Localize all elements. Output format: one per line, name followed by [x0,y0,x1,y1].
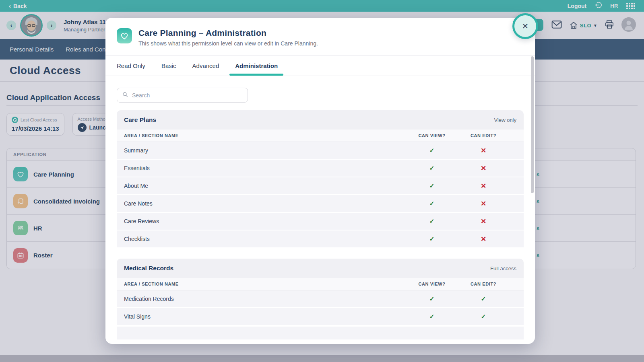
table-row: Care Reviews ✓ ✕ [117,213,524,230]
table-row: Medication Records ✓ ✓ [117,290,524,308]
modal-scrollbar[interactable] [531,56,534,193]
column-can-edit: CAN EDIT? [458,282,509,286]
section-medical-records: Medical Records Full access AREA / SECTI… [117,259,524,339]
can-edit-mark: ✕ [458,146,509,155]
column-can-edit: CAN EDIT? [458,133,509,138]
section-title: Care Plans [124,116,156,123]
can-edit-mark: ✕ [458,235,509,243]
access-level-label: View only [494,117,516,123]
area-name: Care Reviews [124,218,406,224]
area-name: Essentials [124,165,406,171]
can-view-mark: ✓ [406,182,458,189]
can-view-mark: ✓ [406,235,458,243]
can-view-mark: ✓ [406,295,458,302]
table-row: Vital Signs ✓ ✓ [117,308,524,326]
modal-title: Care Planning – Administration [138,28,318,38]
can-view-mark: ✓ [406,313,458,320]
can-view-mark: ✓ [406,147,458,154]
close-button[interactable]: ✕ [512,13,538,39]
can-view-mark: ✓ [406,200,458,207]
section-title: Medical Records [124,265,173,272]
tab-advanced[interactable]: Advanced [192,56,219,76]
search-box [117,88,248,103]
table-row: Checklists ✓ ✕ [117,230,524,248]
permissions-modal: Care Planning – Administration This show… [105,18,535,344]
table-row: Summary ✓ ✕ [117,142,524,160]
area-name: Summary [124,147,406,154]
area-name: About Me [124,183,406,189]
can-view-mark: ✓ [406,218,458,225]
area-name: Care Notes [124,200,406,207]
can-edit-mark: ✕ [458,200,509,208]
area-name: Vital Signs [124,313,406,320]
table-row-partial [117,326,524,339]
can-edit-mark: ✕ [458,217,509,226]
table-row: Care Notes ✓ ✕ [117,195,524,213]
tab-basic[interactable]: Basic [161,56,176,76]
can-edit-mark: ✓ [458,295,509,302]
table-row: Essentials ✓ ✕ [117,160,524,177]
access-level-label: Full access [490,265,516,272]
column-area-name: AREA / SECTION NAME [124,133,406,138]
close-icon: ✕ [522,21,529,31]
heart-icon [117,28,132,43]
can-edit-mark: ✕ [458,164,509,173]
column-area-name: AREA / SECTION NAME [124,282,406,286]
section-care-plans: Care Plans View only AREA / SECTION NAME… [117,110,524,248]
search-icon [122,91,128,99]
column-can-view: CAN VIEW? [406,282,458,286]
can-edit-mark: ✓ [458,313,509,320]
column-can-view: CAN VIEW? [406,133,458,138]
search-input[interactable] [132,92,243,99]
tab-administration[interactable]: Administration [235,56,278,76]
modal-subtitle: This shows what this permission level ca… [138,40,318,47]
table-row: About Me ✓ ✕ [117,177,524,195]
screen: ‹ Back Logout HR ‹ [0,0,644,362]
can-view-mark: ✓ [406,165,458,172]
can-edit-mark: ✕ [458,182,509,190]
area-name: Checklists [124,236,406,242]
tab-read-only[interactable]: Read Only [117,56,145,76]
permission-tabs: Read Only Basic Advanced Administration [105,55,535,76]
area-name: Medication Records [124,296,406,302]
